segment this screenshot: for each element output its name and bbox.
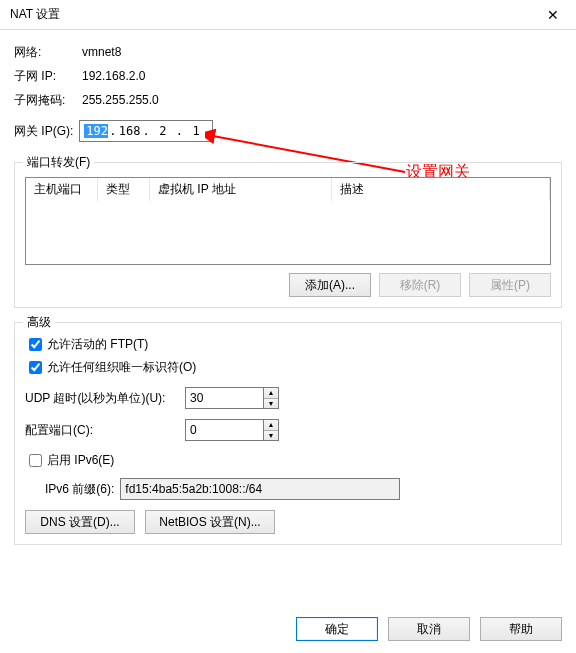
gateway-ip-input[interactable]: 192 . 168 . 2 . 1 [79, 120, 213, 142]
list-header: 主机端口 类型 虚拟机 IP 地址 描述 [26, 178, 550, 200]
ip-octet-3[interactable]: 2 [151, 124, 175, 138]
spin-down-icon[interactable]: ▼ [264, 431, 278, 441]
allow-any-oui-checkbox[interactable] [29, 361, 42, 374]
config-port-spinner[interactable]: ▲ ▼ [185, 419, 279, 441]
network-value: vmnet8 [82, 42, 121, 62]
udp-timeout-label: UDP 超时(以秒为单位)(U): [25, 390, 185, 407]
titlebar: NAT 设置 ✕ [0, 0, 576, 30]
udp-timeout-spinner[interactable]: ▲ ▼ [185, 387, 279, 409]
col-desc[interactable]: 描述 [332, 178, 550, 201]
add-button[interactable]: 添加(A)... [289, 273, 371, 297]
cancel-button[interactable]: 取消 [388, 617, 470, 641]
port-forward-legend: 端口转发(F) [23, 154, 94, 171]
ipv6-prefix-label: IPv6 前缀(6): [45, 481, 114, 498]
advanced-group: 高级 允许活动的 FTP(T) 允许任何组织唯一标识符(O) UDP 超时(以秒… [14, 322, 562, 545]
spin-up-icon[interactable]: ▲ [264, 388, 278, 399]
subnet-ip-label: 子网 IP: [14, 66, 82, 86]
config-port-input[interactable] [185, 419, 263, 441]
help-button[interactable]: 帮助 [480, 617, 562, 641]
remove-button: 移除(R) [379, 273, 461, 297]
ipv6-prefix-input [120, 478, 400, 500]
port-forward-group: 端口转发(F) 主机端口 类型 虚拟机 IP 地址 描述 添加(A)... 移除… [14, 162, 562, 308]
allow-any-oui-label: 允许任何组织唯一标识符(O) [47, 359, 196, 376]
gateway-label: 网关 IP(G): [14, 123, 73, 140]
dns-settings-button[interactable]: DNS 设置(D)... [25, 510, 135, 534]
close-button[interactable]: ✕ [532, 0, 574, 29]
spin-up-icon[interactable]: ▲ [264, 420, 278, 431]
ok-button[interactable]: 确定 [296, 617, 378, 641]
advanced-legend: 高级 [23, 314, 55, 331]
enable-ipv6-checkbox[interactable] [29, 454, 42, 467]
ip-octet-1[interactable]: 192 [84, 124, 108, 138]
netbios-settings-button[interactable]: NetBIOS 设置(N)... [145, 510, 275, 534]
window-title: NAT 设置 [10, 6, 532, 23]
ip-octet-2[interactable]: 168 [118, 124, 142, 138]
subnet-mask-label: 子网掩码: [14, 90, 82, 110]
config-port-label: 配置端口(C): [25, 422, 185, 439]
udp-timeout-input[interactable] [185, 387, 263, 409]
spin-down-icon[interactable]: ▼ [264, 399, 278, 409]
col-vm-ip[interactable]: 虚拟机 IP 地址 [150, 178, 332, 201]
allow-active-ftp-checkbox[interactable] [29, 338, 42, 351]
properties-button: 属性(P) [469, 273, 551, 297]
ip-octet-4[interactable]: 1 [184, 124, 208, 138]
subnet-ip-value: 192.168.2.0 [82, 66, 145, 86]
col-type[interactable]: 类型 [98, 178, 150, 201]
network-label: 网络: [14, 42, 82, 62]
port-forward-list[interactable]: 主机端口 类型 虚拟机 IP 地址 描述 [25, 177, 551, 265]
allow-active-ftp-label: 允许活动的 FTP(T) [47, 336, 148, 353]
col-host-port[interactable]: 主机端口 [26, 178, 98, 201]
enable-ipv6-label: 启用 IPv6(E) [47, 452, 114, 469]
subnet-mask-value: 255.255.255.0 [82, 90, 159, 110]
